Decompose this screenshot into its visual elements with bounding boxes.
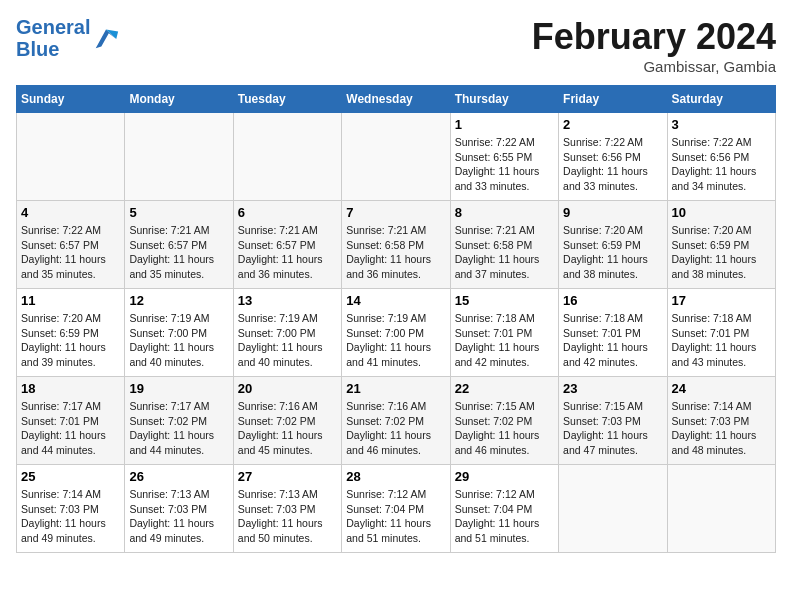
day-info: Sunrise: 7:22 AM Sunset: 6:56 PM Dayligh… [672, 135, 771, 194]
calendar-week-1: 1Sunrise: 7:22 AM Sunset: 6:55 PM Daylig… [17, 113, 776, 201]
calendar-cell [342, 113, 450, 201]
logo-icon [92, 24, 120, 52]
day-info: Sunrise: 7:15 AM Sunset: 7:03 PM Dayligh… [563, 399, 662, 458]
day-number: 24 [672, 381, 771, 396]
day-number: 17 [672, 293, 771, 308]
calendar-cell: 12Sunrise: 7:19 AM Sunset: 7:00 PM Dayli… [125, 289, 233, 377]
calendar-cell: 3Sunrise: 7:22 AM Sunset: 6:56 PM Daylig… [667, 113, 775, 201]
day-info: Sunrise: 7:20 AM Sunset: 6:59 PM Dayligh… [563, 223, 662, 282]
day-info: Sunrise: 7:21 AM Sunset: 6:58 PM Dayligh… [346, 223, 445, 282]
day-number: 8 [455, 205, 554, 220]
calendar-cell: 17Sunrise: 7:18 AM Sunset: 7:01 PM Dayli… [667, 289, 775, 377]
day-number: 10 [672, 205, 771, 220]
calendar-cell: 25Sunrise: 7:14 AM Sunset: 7:03 PM Dayli… [17, 465, 125, 553]
day-info: Sunrise: 7:14 AM Sunset: 7:03 PM Dayligh… [21, 487, 120, 546]
calendar-cell [233, 113, 341, 201]
weekday-header-sunday: Sunday [17, 86, 125, 113]
day-info: Sunrise: 7:13 AM Sunset: 7:03 PM Dayligh… [129, 487, 228, 546]
page-header: GeneralBlue February 2024 Gambissar, Gam… [16, 16, 776, 75]
calendar-cell: 4Sunrise: 7:22 AM Sunset: 6:57 PM Daylig… [17, 201, 125, 289]
day-info: Sunrise: 7:15 AM Sunset: 7:02 PM Dayligh… [455, 399, 554, 458]
calendar-cell: 7Sunrise: 7:21 AM Sunset: 6:58 PM Daylig… [342, 201, 450, 289]
day-number: 26 [129, 469, 228, 484]
day-number: 2 [563, 117, 662, 132]
calendar-cell: 20Sunrise: 7:16 AM Sunset: 7:02 PM Dayli… [233, 377, 341, 465]
day-info: Sunrise: 7:22 AM Sunset: 6:56 PM Dayligh… [563, 135, 662, 194]
calendar-week-5: 25Sunrise: 7:14 AM Sunset: 7:03 PM Dayli… [17, 465, 776, 553]
weekday-header-friday: Friday [559, 86, 667, 113]
weekday-header-tuesday: Tuesday [233, 86, 341, 113]
calendar-cell: 14Sunrise: 7:19 AM Sunset: 7:00 PM Dayli… [342, 289, 450, 377]
calendar-cell [667, 465, 775, 553]
day-number: 5 [129, 205, 228, 220]
calendar-cell: 19Sunrise: 7:17 AM Sunset: 7:02 PM Dayli… [125, 377, 233, 465]
calendar-cell: 5Sunrise: 7:21 AM Sunset: 6:57 PM Daylig… [125, 201, 233, 289]
calendar-cell: 9Sunrise: 7:20 AM Sunset: 6:59 PM Daylig… [559, 201, 667, 289]
day-info: Sunrise: 7:19 AM Sunset: 7:00 PM Dayligh… [129, 311, 228, 370]
day-number: 21 [346, 381, 445, 396]
calendar-cell: 27Sunrise: 7:13 AM Sunset: 7:03 PM Dayli… [233, 465, 341, 553]
logo-text: GeneralBlue [16, 16, 90, 60]
day-number: 20 [238, 381, 337, 396]
weekday-header-monday: Monday [125, 86, 233, 113]
day-number: 9 [563, 205, 662, 220]
day-number: 23 [563, 381, 662, 396]
day-info: Sunrise: 7:13 AM Sunset: 7:03 PM Dayligh… [238, 487, 337, 546]
calendar-cell: 21Sunrise: 7:16 AM Sunset: 7:02 PM Dayli… [342, 377, 450, 465]
calendar-cell: 26Sunrise: 7:13 AM Sunset: 7:03 PM Dayli… [125, 465, 233, 553]
day-info: Sunrise: 7:22 AM Sunset: 6:55 PM Dayligh… [455, 135, 554, 194]
calendar-cell [559, 465, 667, 553]
day-info: Sunrise: 7:21 AM Sunset: 6:57 PM Dayligh… [238, 223, 337, 282]
day-number: 6 [238, 205, 337, 220]
calendar-cell: 29Sunrise: 7:12 AM Sunset: 7:04 PM Dayli… [450, 465, 558, 553]
calendar-cell: 11Sunrise: 7:20 AM Sunset: 6:59 PM Dayli… [17, 289, 125, 377]
day-info: Sunrise: 7:16 AM Sunset: 7:02 PM Dayligh… [238, 399, 337, 458]
calendar-cell: 13Sunrise: 7:19 AM Sunset: 7:00 PM Dayli… [233, 289, 341, 377]
day-info: Sunrise: 7:18 AM Sunset: 7:01 PM Dayligh… [563, 311, 662, 370]
day-info: Sunrise: 7:17 AM Sunset: 7:01 PM Dayligh… [21, 399, 120, 458]
logo: GeneralBlue [16, 16, 120, 60]
calendar-week-3: 11Sunrise: 7:20 AM Sunset: 6:59 PM Dayli… [17, 289, 776, 377]
day-info: Sunrise: 7:22 AM Sunset: 6:57 PM Dayligh… [21, 223, 120, 282]
day-info: Sunrise: 7:20 AM Sunset: 6:59 PM Dayligh… [672, 223, 771, 282]
day-number: 22 [455, 381, 554, 396]
day-info: Sunrise: 7:18 AM Sunset: 7:01 PM Dayligh… [455, 311, 554, 370]
calendar-cell: 2Sunrise: 7:22 AM Sunset: 6:56 PM Daylig… [559, 113, 667, 201]
day-info: Sunrise: 7:16 AM Sunset: 7:02 PM Dayligh… [346, 399, 445, 458]
weekday-header-saturday: Saturday [667, 86, 775, 113]
weekday-header-wednesday: Wednesday [342, 86, 450, 113]
day-number: 14 [346, 293, 445, 308]
calendar-cell: 6Sunrise: 7:21 AM Sunset: 6:57 PM Daylig… [233, 201, 341, 289]
calendar-cell [17, 113, 125, 201]
calendar-cell: 23Sunrise: 7:15 AM Sunset: 7:03 PM Dayli… [559, 377, 667, 465]
month-title: February 2024 [532, 16, 776, 58]
day-number: 3 [672, 117, 771, 132]
day-number: 4 [21, 205, 120, 220]
day-number: 28 [346, 469, 445, 484]
day-number: 7 [346, 205, 445, 220]
day-number: 29 [455, 469, 554, 484]
calendar-cell: 10Sunrise: 7:20 AM Sunset: 6:59 PM Dayli… [667, 201, 775, 289]
calendar-cell: 24Sunrise: 7:14 AM Sunset: 7:03 PM Dayli… [667, 377, 775, 465]
weekday-header-thursday: Thursday [450, 86, 558, 113]
day-number: 18 [21, 381, 120, 396]
day-info: Sunrise: 7:12 AM Sunset: 7:04 PM Dayligh… [455, 487, 554, 546]
calendar-cell: 18Sunrise: 7:17 AM Sunset: 7:01 PM Dayli… [17, 377, 125, 465]
weekday-header-row: SundayMondayTuesdayWednesdayThursdayFrid… [17, 86, 776, 113]
calendar-week-4: 18Sunrise: 7:17 AM Sunset: 7:01 PM Dayli… [17, 377, 776, 465]
day-info: Sunrise: 7:19 AM Sunset: 7:00 PM Dayligh… [346, 311, 445, 370]
day-number: 25 [21, 469, 120, 484]
day-info: Sunrise: 7:21 AM Sunset: 6:58 PM Dayligh… [455, 223, 554, 282]
day-info: Sunrise: 7:21 AM Sunset: 6:57 PM Dayligh… [129, 223, 228, 282]
day-number: 12 [129, 293, 228, 308]
day-number: 16 [563, 293, 662, 308]
day-info: Sunrise: 7:18 AM Sunset: 7:01 PM Dayligh… [672, 311, 771, 370]
day-number: 11 [21, 293, 120, 308]
day-number: 27 [238, 469, 337, 484]
calendar-table: SundayMondayTuesdayWednesdayThursdayFrid… [16, 85, 776, 553]
calendar-cell [125, 113, 233, 201]
day-info: Sunrise: 7:12 AM Sunset: 7:04 PM Dayligh… [346, 487, 445, 546]
day-number: 1 [455, 117, 554, 132]
title-block: February 2024 Gambissar, Gambia [532, 16, 776, 75]
calendar-cell: 16Sunrise: 7:18 AM Sunset: 7:01 PM Dayli… [559, 289, 667, 377]
